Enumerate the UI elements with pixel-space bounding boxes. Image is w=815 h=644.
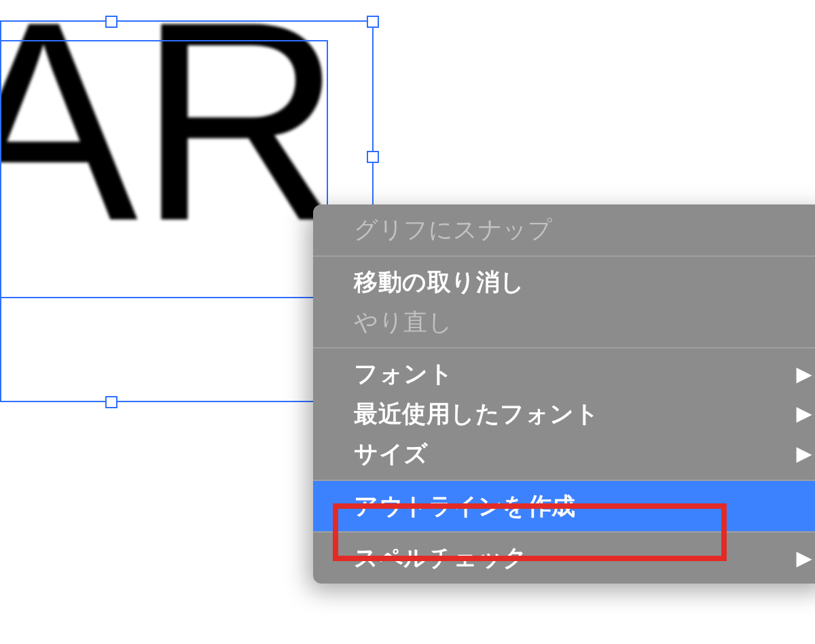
menu-item-label: 移動の取り消し [354, 265, 525, 300]
submenu-arrow-icon: ▶ [797, 404, 812, 423]
menu-item-label: 最近使用したフォント [354, 397, 599, 431]
menu-item-label: やり直し [354, 305, 452, 340]
selection-handle-top-right[interactable] [367, 16, 379, 28]
selection-handle-top[interactable] [105, 16, 117, 28]
menu-item-size[interactable]: サイズ ▶ [313, 434, 815, 480]
submenu-arrow-icon: ▶ [797, 365, 812, 384]
menu-item-create-outlines[interactable]: アウトラインを作成 [313, 481, 815, 532]
menu-item-label: フォント [354, 357, 453, 391]
context-menu: グリフにスナップ 移動の取り消し やり直し フォント ▶ 最近使用したフォント … [313, 204, 815, 584]
menu-item-redo: やり直し [313, 302, 815, 348]
text-frame-box [0, 40, 328, 298]
menu-item-font[interactable]: フォント ▶ [313, 348, 815, 394]
selection-handle-right[interactable] [367, 151, 379, 163]
menu-item-label: サイズ [354, 437, 429, 471]
menu-item-snap-to-glyph: グリフにスナップ [313, 204, 815, 255]
menu-item-label: グリフにスナップ [354, 213, 552, 247]
menu-item-label: スペルチェック [354, 541, 528, 575]
submenu-arrow-icon: ▶ [797, 444, 812, 463]
submenu-arrow-icon: ▶ [797, 549, 812, 568]
menu-item-recent-fonts[interactable]: 最近使用したフォント ▶ [313, 394, 815, 434]
menu-item-label: アウトラインを作成 [354, 489, 576, 524]
menu-item-spell-check[interactable]: スペルチェック ▶ [313, 533, 815, 584]
menu-item-undo-move[interactable]: 移動の取り消し [313, 257, 815, 302]
selection-handle-bottom[interactable] [105, 396, 117, 408]
